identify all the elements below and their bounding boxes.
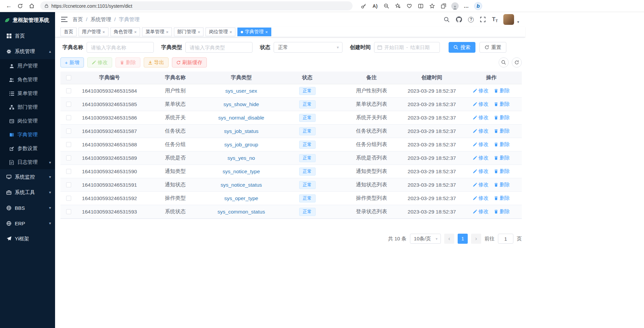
dict-type-link[interactable]: sys_common_status [218, 209, 265, 215]
row-checkbox[interactable] [66, 182, 71, 187]
sidebar-item-departments[interactable]: 部门管理 [0, 100, 55, 114]
dict-type-link[interactable]: sys_job_group [224, 142, 258, 148]
sidebar-item-users[interactable]: 用户管理 [0, 59, 55, 73]
dict-type-link[interactable]: sys_oper_type [224, 195, 258, 201]
dict-type-link[interactable]: sys_show_hide [224, 101, 259, 107]
close-icon[interactable]: × [134, 30, 137, 35]
dict-type-link[interactable]: sys_user_sex [225, 88, 257, 94]
row-edit-link[interactable]: 修改 [473, 88, 489, 94]
dict-name-input[interactable] [87, 42, 154, 53]
row-delete-link[interactable]: 删除 [494, 128, 510, 134]
sidebar-item-dict[interactable]: 字典管理 [0, 128, 55, 142]
sidebar-item-logs[interactable]: 日志管理 ▾ [0, 155, 55, 169]
tab-posts[interactable]: 岗位管理× [205, 28, 235, 36]
row-delete-link[interactable]: 删除 [494, 88, 510, 94]
status-select[interactable]: 正常 ▾ [274, 42, 342, 53]
row-checkbox[interactable] [66, 102, 71, 107]
export-button[interactable]: 导出 [144, 57, 169, 67]
row-checkbox[interactable] [66, 129, 71, 134]
dict-type-link[interactable]: sys_job_status [224, 128, 259, 134]
row-edit-link[interactable]: 修改 [473, 208, 489, 215]
row-delete-link[interactable]: 删除 [494, 195, 510, 201]
refresh-table-icon[interactable] [512, 57, 522, 67]
row-edit-link[interactable]: 修改 [473, 182, 489, 188]
browser-profile-avatar[interactable] [451, 2, 459, 10]
search-icon[interactable] [443, 16, 450, 23]
breadcrumb-system[interactable]: 系统管理 [90, 16, 111, 23]
next-page-button[interactable]: › [471, 234, 481, 244]
row-delete-link[interactable]: 删除 [494, 155, 510, 161]
row-edit-link[interactable]: 修改 [473, 114, 489, 121]
browser-back-icon[interactable]: ← [4, 1, 13, 11]
hamburger-icon[interactable] [60, 16, 68, 23]
row-edit-link[interactable]: 修改 [473, 155, 489, 161]
sidebar-item-erp[interactable]: ERP ▾ [0, 216, 55, 231]
chevron-down-icon[interactable]: ▾ [517, 20, 519, 25]
row-delete-link[interactable]: 删除 [494, 182, 510, 188]
delete-button[interactable]: 删除 [116, 57, 140, 67]
row-delete-link[interactable]: 删除 [494, 208, 510, 215]
close-icon[interactable]: × [198, 30, 200, 35]
row-edit-link[interactable]: 修改 [473, 168, 489, 175]
sidebar-item-config[interactable]: 参数设置 [0, 142, 55, 155]
row-delete-link[interactable]: 删除 [494, 168, 510, 175]
sidebar-item-home[interactable]: 首页 [0, 28, 55, 44]
help-icon[interactable]: ? [468, 17, 474, 22]
browser-refresh-icon[interactable] [15, 1, 25, 11]
row-checkbox[interactable] [66, 115, 71, 120]
dict-type-link[interactable]: sys_notice_type [223, 169, 260, 175]
close-icon[interactable]: × [265, 30, 268, 35]
goto-page-input[interactable] [498, 234, 513, 244]
browser-essentials-icon[interactable] [406, 2, 413, 10]
select-all-checkbox[interactable] [66, 75, 71, 80]
sidebar-item-roles[interactable]: 角色管理 [0, 73, 55, 87]
edit-button[interactable]: 修改 [87, 57, 112, 67]
tab-users[interactable]: 用户管理× [79, 28, 108, 36]
sidebar-item-tools[interactable]: 系统工具 ▾ [0, 185, 55, 200]
collections-icon[interactable] [440, 2, 447, 10]
key-icon[interactable] [360, 2, 367, 10]
github-icon[interactable] [456, 16, 462, 23]
sidebar-item-monitor[interactable]: 系统监控 ▾ [0, 169, 55, 185]
search-button[interactable]: 搜索 [449, 42, 475, 53]
favorites-icon[interactable] [428, 2, 436, 10]
dict-type-link[interactable]: sys_normal_disable [218, 115, 264, 121]
row-delete-link[interactable]: 删除 [494, 114, 510, 121]
prev-page-button[interactable]: ‹ [444, 234, 454, 244]
row-checkbox[interactable] [66, 88, 71, 93]
add-button[interactable]: +新增 [60, 57, 84, 67]
reset-button[interactable]: 重置 [479, 42, 506, 53]
close-icon[interactable]: × [229, 30, 232, 35]
sidebar-item-bbs[interactable]: BBS ▾ [0, 200, 55, 216]
add-favorite-icon[interactable] [394, 2, 402, 10]
zoom-out-icon[interactable] [383, 2, 390, 10]
sidebar-item-posts[interactable]: 岗位管理 [0, 114, 55, 128]
dict-type-link[interactable]: sys_yes_no [228, 155, 255, 161]
page-button-1[interactable]: 1 [458, 234, 468, 244]
user-avatar[interactable] [503, 14, 514, 25]
dict-type-input[interactable] [185, 42, 252, 53]
font-size-icon[interactable]: TT [492, 16, 498, 23]
tab-menus[interactable]: 菜单管理× [142, 28, 172, 36]
row-checkbox[interactable] [66, 209, 71, 214]
row-checkbox[interactable] [66, 142, 71, 147]
split-screen-icon[interactable] [417, 2, 424, 10]
row-edit-link[interactable]: 修改 [473, 101, 489, 107]
tab-roles[interactable]: 角色管理× [110, 28, 140, 36]
bing-icon[interactable]: b [474, 2, 482, 10]
browser-home-icon[interactable] [27, 1, 36, 11]
row-edit-link[interactable]: 修改 [473, 141, 489, 148]
sidebar-item-system[interactable]: 系统管理 ▴ [0, 44, 55, 59]
row-edit-link[interactable]: 修改 [473, 195, 489, 201]
row-delete-link[interactable]: 删除 [494, 101, 510, 107]
tab-departments[interactable]: 部门管理× [174, 28, 204, 36]
tab-dict[interactable]: 字典管理× [237, 28, 271, 36]
row-edit-link[interactable]: 修改 [473, 128, 489, 134]
refresh-cache-button[interactable]: 刷新缓存 [172, 57, 207, 67]
close-icon[interactable]: × [102, 30, 105, 35]
browser-url-bar[interactable]: https://ccnetcore.com:1101/system/dict [40, 1, 353, 10]
browser-more-icon[interactable]: … [463, 2, 470, 10]
fullscreen-icon[interactable] [479, 16, 486, 23]
close-icon[interactable]: × [166, 30, 169, 35]
read-aloud-icon[interactable]: A) [371, 2, 379, 10]
